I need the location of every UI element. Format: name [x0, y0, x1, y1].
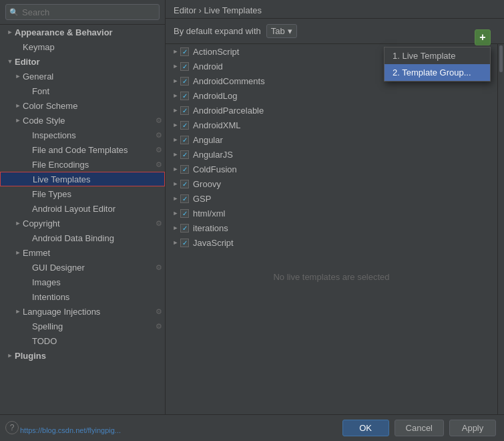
sidebar-item-intentions[interactable]: Intentions — [0, 289, 165, 304]
search-input[interactable] — [5, 4, 160, 20]
tree-arrow-language-injections — [13, 307, 23, 316]
group-label-htmlxml: html/xml — [193, 208, 225, 218]
template-group-javascript[interactable]: JavaScript — [166, 235, 497, 250]
dropdown-item-live-template[interactable]: 1. Live Template — [385, 47, 490, 64]
checkbox-angular[interactable] — [180, 136, 189, 144]
checkbox-actionscript[interactable] — [180, 47, 189, 56]
checkbox-androidlog[interactable] — [180, 92, 189, 100]
template-group-iterations[interactable]: iterations — [166, 220, 497, 235]
sidebar-label-appearance: Appearance & Behavior — [15, 27, 113, 37]
dropdown-item-template-group[interactable]: 2. Template Group... — [385, 64, 490, 81]
cancel-button[interactable]: Cancel — [395, 420, 444, 436]
sidebar-label-todo: TODO — [32, 336, 57, 346]
sidebar-item-file-code-templates[interactable]: File and Code Templates⚙ — [0, 142, 165, 157]
template-group-htmlxml[interactable]: html/xml — [166, 206, 497, 220]
sidebar-item-spelling[interactable]: Spelling⚙ — [0, 319, 165, 333]
sidebar-label-general: General — [23, 71, 53, 82]
checkbox-angularjs[interactable] — [180, 150, 189, 159]
group-arrow-javascript — [171, 238, 180, 247]
checkbox-androidxml[interactable] — [180, 121, 189, 130]
tree-arrow-editor — [5, 57, 15, 66]
checkbox-groovy[interactable] — [180, 180, 189, 188]
sidebar-item-inspections[interactable]: Inspections⚙ — [0, 128, 165, 142]
template-group-gsp[interactable]: GSP — [166, 191, 497, 206]
settings-icon-copyright: ⚙ — [156, 219, 162, 228]
template-group-groovy[interactable]: Groovy — [166, 176, 497, 191]
group-label-groovy: Groovy — [193, 179, 221, 189]
sidebar-item-images[interactable]: Images — [0, 275, 165, 289]
group-arrow-gsp — [171, 194, 180, 203]
sidebar-item-live-templates[interactable]: Live Templates — [0, 172, 165, 186]
sidebar-label-keymap: Keymap — [23, 42, 55, 52]
panel-with-scroll: ActionScriptAndroidAndroidCommentsAndroi… — [166, 44, 504, 414]
sidebar-item-code-style[interactable]: Code Style⚙ — [0, 113, 165, 128]
sidebar-item-android-layout-editor[interactable]: Android Layout Editor — [0, 201, 165, 216]
group-arrow-androidxml — [171, 120, 180, 130]
search-box: 🔍 — [0, 0, 165, 25]
breadcrumb: Editor › Live Templates — [166, 0, 504, 19]
checkbox-htmlxml[interactable] — [180, 209, 189, 218]
template-group-angularjs[interactable]: AngularJS — [166, 147, 497, 162]
main-panel: Editor › Live Templates By default expan… — [166, 0, 504, 414]
toolbar: By default expand with Tab ▾ — [166, 19, 504, 44]
sidebar-label-live-templates: Live Templates — [33, 174, 90, 184]
group-label-androidlog: AndroidLog — [193, 91, 238, 101]
add-template-button[interactable]: + — [475, 29, 491, 45]
help-button[interactable]: ? — [5, 421, 19, 434]
sidebar-item-general[interactable]: General — [0, 69, 165, 84]
scrollbar-thumb[interactable] — [499, 45, 503, 72]
template-group-angular[interactable]: Angular — [166, 132, 497, 147]
checkbox-javascript[interactable] — [180, 239, 189, 247]
template-list: ActionScriptAndroidAndroidCommentsAndroi… — [166, 44, 497, 414]
group-arrow-androidcomments — [171, 76, 180, 86]
sidebar-item-editor[interactable]: Editor — [0, 54, 165, 69]
group-arrow-groovy — [171, 179, 180, 188]
group-label-androidcomments: AndroidComments — [193, 76, 265, 86]
group-label-angular: Angular — [193, 135, 223, 145]
sidebar-item-language-injections[interactable]: Language Injections⚙ — [0, 304, 165, 319]
sidebar-item-font[interactable]: Font — [0, 84, 165, 98]
sidebar-item-plugins[interactable]: Plugins — [0, 348, 165, 363]
dropdown-menu: 1. Live Template 2. Template Group... — [384, 47, 491, 82]
sidebar-item-file-encodings[interactable]: File Encodings⚙ — [0, 157, 165, 172]
sidebar-item-copyright[interactable]: Copyright⚙ — [0, 216, 165, 231]
ok-button[interactable]: OK — [342, 420, 389, 436]
settings-icon-file-encodings: ⚙ — [156, 160, 162, 169]
url-overlay: https://blog.csdn.net/flyingpig... — [20, 426, 121, 434]
sidebar-item-emmet[interactable]: Emmet — [0, 245, 165, 260]
expand-dropdown[interactable]: Tab ▾ — [266, 24, 297, 38]
checkbox-gsp[interactable] — [180, 194, 189, 203]
sidebar-item-file-types[interactable]: File Types — [0, 186, 165, 201]
sidebar-item-android-data-binding[interactable]: Android Data Binding — [0, 231, 165, 245]
template-group-androidxml[interactable]: AndroidXML — [166, 118, 497, 132]
group-label-gsp: GSP — [193, 194, 211, 204]
checkbox-android[interactable] — [180, 62, 189, 71]
sidebar-item-keymap[interactable]: Keymap — [0, 39, 165, 54]
checkbox-androidcomments[interactable] — [180, 77, 189, 86]
scrollbar[interactable] — [497, 44, 504, 414]
sidebar-tree: Appearance & BehaviorKeymapEditorGeneral… — [0, 25, 165, 363]
checkbox-coldfusion[interactable] — [180, 165, 189, 174]
tree-arrow-code-style — [13, 116, 23, 125]
checkbox-androidparcelable[interactable] — [180, 106, 189, 115]
group-label-coldfusion: ColdFusion — [193, 164, 237, 174]
search-icon: 🔍 — [9, 8, 19, 17]
template-group-coldfusion[interactable]: ColdFusion — [166, 162, 497, 176]
sidebar-label-file-encodings: File Encodings — [32, 160, 89, 170]
template-group-androidlog[interactable]: AndroidLog — [166, 88, 497, 103]
settings-icon-file-code-templates: ⚙ — [156, 146, 162, 154]
group-arrow-htmlxml — [171, 208, 180, 218]
group-arrow-iterations — [171, 223, 180, 233]
sidebar-item-gui-designer[interactable]: GUI Designer⚙ — [0, 260, 165, 275]
expand-label: By default expand with — [174, 26, 261, 36]
sidebar-item-color-scheme[interactable]: Color Scheme — [0, 98, 165, 113]
bottom-bar: ? https://blog.csdn.net/flyingpig... OK … — [0, 414, 504, 441]
sidebar-item-todo[interactable]: TODO — [0, 333, 165, 348]
template-group-androidparcelable[interactable]: AndroidParcelable — [166, 103, 497, 118]
apply-button[interactable]: Apply — [449, 420, 496, 436]
checkbox-iterations[interactable] — [180, 224, 189, 233]
settings-icon-code-style: ⚙ — [156, 116, 162, 125]
group-label-androidparcelable: AndroidParcelable — [193, 106, 264, 116]
sidebar-label-gui-designer: GUI Designer — [32, 263, 85, 273]
sidebar-item-appearance[interactable]: Appearance & Behavior — [0, 25, 165, 39]
